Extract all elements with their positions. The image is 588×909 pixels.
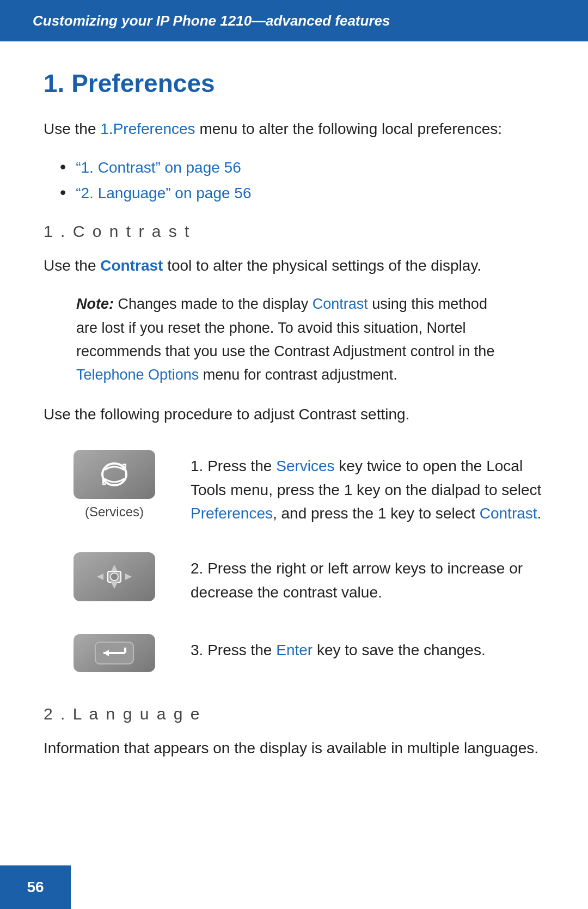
contrast-intro-after: tool to alter the physical settings of t…: [163, 257, 481, 274]
step-2-text: 2. Press the right or left arrow keys to…: [191, 557, 544, 604]
steps-container: (Services) 1. Press the Services key twi…: [65, 450, 544, 678]
page-title: 1. Preferences: [44, 69, 544, 98]
step-2-content: 2. Press the right or left arrow keys to…: [191, 552, 544, 604]
svg-marker-4: [111, 565, 118, 571]
services-icon-label: (Services): [85, 504, 144, 520]
language-link[interactable]: “2. Language” on page 56: [76, 185, 251, 202]
page-footer: 56: [0, 865, 71, 909]
nav-key-icon: [74, 552, 155, 601]
services-text-link[interactable]: Services: [276, 457, 334, 474]
header-bar: Customizing your IP Phone 1210—advanced …: [0, 0, 588, 41]
list-item: “1. Contrast” on page 56: [60, 157, 544, 177]
services-svg: [93, 458, 136, 491]
services-key-icon: [74, 450, 155, 499]
contrast-heading: 1 . C o n t r a s t: [44, 222, 544, 241]
enter-text-link[interactable]: Enter: [276, 642, 313, 658]
step-3-number: 3.: [191, 642, 203, 658]
enter-svg: [93, 639, 136, 667]
step-1-row: (Services) 1. Press the Services key twi…: [65, 450, 544, 525]
intro-paragraph: Use the 1.Preferences menu to alter the …: [44, 118, 544, 141]
list-item: “2. Language” on page 56: [60, 182, 544, 203]
svg-point-8: [111, 573, 118, 581]
nav-svg: [93, 560, 136, 593]
step-2-row: 2. Press the right or left arrow keys to…: [65, 552, 544, 607]
step-1-content: 1. Press the Services key twice to open …: [191, 450, 544, 525]
enter-key-icon: [74, 634, 155, 672]
svg-marker-6: [97, 574, 103, 580]
step-3-icon-container: [65, 634, 163, 678]
contrast-text-link[interactable]: Contrast: [480, 505, 537, 522]
page-number: 56: [27, 879, 44, 896]
contrast-intro-before: Use the: [44, 257, 100, 274]
step-1-icon-container: (Services): [65, 450, 163, 520]
note-box: Note: Changes made to the display Contra…: [76, 292, 512, 387]
note-contrast-link[interactable]: Contrast: [313, 296, 368, 312]
links-list: “1. Contrast” on page 56 “2. Language” o…: [60, 157, 544, 203]
note-text-before: Changes made to the display: [114, 296, 313, 312]
language-heading: 2 . L a n g u a g e: [44, 705, 544, 723]
language-text: Information that appears on the display …: [44, 736, 544, 760]
step-2-number: 2.: [191, 560, 203, 577]
step-1-number: 1.: [191, 457, 203, 474]
preferences-link[interactable]: 1.Preferences: [100, 120, 195, 137]
note-text-end: menu for contrast adjustment.: [199, 367, 397, 383]
intro-text-end: menu to alter the following local prefer…: [195, 120, 502, 137]
procedure-text: Use the following procedure to adjust Co…: [44, 403, 544, 426]
contrast-link[interactable]: “1. Contrast” on page 56: [76, 159, 241, 176]
note-label: Note:: [76, 296, 114, 312]
step-3-text: 3. Press the Enter key to save the chang…: [191, 638, 544, 662]
main-content: 1. Preferences Use the 1.Preferences men…: [0, 41, 588, 804]
telephone-options-link[interactable]: Telephone Options: [76, 367, 199, 383]
contrast-intro: Use the Contrast tool to alter the physi…: [44, 254, 544, 277]
preferences-text-link[interactable]: Preferences: [191, 505, 273, 522]
contrast-tool-link[interactable]: Contrast: [100, 257, 163, 274]
step-3-row: 3. Press the Enter key to save the chang…: [65, 634, 544, 678]
step-1-text: 1. Press the Services key twice to open …: [191, 454, 544, 525]
svg-marker-7: [125, 574, 132, 580]
intro-text-before: Use the: [44, 120, 100, 137]
svg-marker-5: [111, 582, 118, 589]
note-text: Note: Changes made to the display Contra…: [76, 292, 512, 387]
step-2-icon-container: [65, 552, 163, 607]
header-title: Customizing your IP Phone 1210—advanced …: [33, 13, 390, 29]
step-3-content: 3. Press the Enter key to save the chang…: [191, 634, 544, 662]
